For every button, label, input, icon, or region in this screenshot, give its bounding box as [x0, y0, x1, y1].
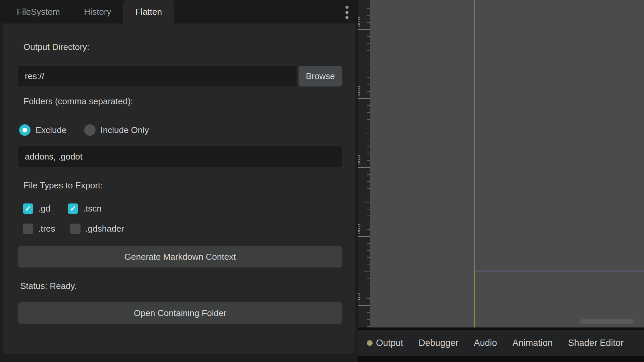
ruler-tick [364, 64, 370, 64]
tab-flatten[interactable]: Flatten [123, 0, 174, 23]
ruler-tick [358, 98, 370, 99]
tres-checkbox[interactable]: ✓ [23, 224, 33, 234]
flatten-panel-content: Output Directory: Browse Folders (comma … [3, 23, 355, 354]
bottom-tab-debugger[interactable]: Debugger [419, 338, 459, 348]
ruler-tick [367, 160, 370, 161]
ruler-tick [367, 36, 370, 37]
ruler-label: 400 [358, 73, 360, 97]
ruler-tick [358, 29, 370, 30]
gd-checkbox[interactable]: ✓ [23, 203, 33, 214]
ruler-tick [367, 77, 370, 78]
output-directory-label: Output Directory: [23, 42, 90, 52]
file-type-row-1: ✓ .gd ✓ .tscn [23, 203, 102, 214]
ruler-tick [367, 71, 370, 71]
ruler-tick [367, 278, 370, 279]
ruler-tick [367, 84, 370, 85]
dock-tab-bar: FileSystem History Flatten [0, 0, 358, 23]
tscn-checkbox[interactable]: ✓ [68, 203, 78, 214]
ruler-label: 600 [358, 211, 360, 235]
ruler-tick [367, 319, 370, 320]
ruler-label: 700 [358, 280, 360, 304]
ruler-tick [367, 229, 370, 230]
ruler-tick [367, 292, 370, 292]
bottom-tab-output[interactable]: Output [367, 338, 403, 348]
ruler-tick [367, 223, 370, 223]
ruler-tick [364, 202, 370, 202]
folder-mode-radio-group: Exclude Include Only [19, 124, 149, 136]
gdshader-checkbox-label: .gdshader [86, 224, 124, 234]
check-icon: ✓ [70, 205, 76, 213]
ruler-label: 300 [358, 4, 360, 27]
ruler-tick [367, 57, 370, 57]
horizontal-scrollbar[interactable] [580, 319, 633, 324]
ruler-tick [367, 8, 370, 9]
gdshader-checkbox[interactable]: ✓ [70, 224, 80, 234]
viewport-pane: 300400500600700 Output Debugger Audio An… [358, 0, 644, 362]
include-only-radio[interactable] [84, 124, 96, 136]
status-label: Status: Ready. [20, 281, 77, 291]
tab-filesystem[interactable]: FileSystem [5, 0, 72, 23]
ruler-tick [367, 154, 370, 154]
bottom-tab-output-label: Output [376, 338, 403, 348]
output-messages-dot-icon [367, 340, 373, 346]
file-types-label: File Types to Export: [23, 180, 103, 191]
ruler-tick [367, 298, 370, 299]
check-icon: ✓ [25, 205, 31, 213]
gd-checkbox-label: .gd [38, 203, 50, 214]
ruler-tick [367, 119, 370, 120]
exclude-radio[interactable] [19, 124, 31, 136]
tres-checkbox-label: .tres [38, 224, 55, 234]
browse-button[interactable]: Browse [299, 66, 342, 86]
folders-input[interactable] [18, 146, 342, 167]
open-containing-folder-button[interactable]: Open Containing Folder [18, 302, 342, 324]
ruler-tick [367, 105, 370, 106]
vertical-guide-line-lower [474, 270, 475, 327]
ruler-tick [367, 50, 370, 51]
ruler-tick [358, 236, 370, 237]
ruler-tick [367, 216, 370, 216]
vertical-ruler: 300400500600700 [358, 0, 370, 327]
bottom-tab-animation[interactable]: Animation [513, 338, 553, 348]
output-directory-input[interactable] [18, 66, 297, 86]
ruler-tick [367, 195, 370, 195]
ruler-label: 500 [358, 142, 360, 166]
include-only-radio-label: Include Only [101, 125, 149, 135]
bottom-panel-bar: Output Debugger Audio Animation Shader E… [358, 330, 644, 356]
ruler-tick [367, 112, 370, 113]
ruler-tick [364, 271, 370, 272]
ruler-tick [367, 264, 370, 264]
ruler-tick [358, 167, 370, 168]
ruler-tick [367, 126, 370, 126]
ruler-tick [364, 133, 370, 133]
ruler-tick [367, 250, 370, 251]
ruler-tick [367, 146, 370, 147]
ruler-tick [367, 43, 370, 44]
ruler-tick [367, 257, 370, 258]
exclude-radio-label: Exclude [36, 125, 67, 135]
flatten-dock-panel: FileSystem History Flatten Output Direct… [0, 0, 358, 362]
ruler-tick [367, 15, 370, 16]
kebab-menu-icon[interactable] [342, 5, 352, 20]
tscn-checkbox-label: .tscn [83, 203, 102, 214]
ruler-tick [367, 181, 370, 182]
ruler-tick [367, 2, 370, 2]
tab-history[interactable]: History [72, 0, 123, 23]
generate-markdown-button[interactable]: Generate Markdown Context [18, 246, 342, 267]
bottom-tab-audio[interactable]: Audio [474, 338, 497, 348]
ruler-tick [367, 91, 370, 92]
ruler-tick [367, 326, 370, 327]
ruler-tick [367, 243, 370, 244]
horizontal-guide-line [475, 270, 644, 272]
ruler-tick [367, 188, 370, 189]
ruler-tick [367, 285, 370, 285]
2d-viewport-canvas[interactable] [370, 0, 644, 327]
folders-label: Folders (comma separated): [23, 96, 133, 107]
bottom-tab-shader-editor[interactable]: Shader Editor [568, 338, 624, 348]
ruler-tick [367, 209, 370, 209]
ruler-tick [367, 312, 370, 313]
ruler-tick [358, 305, 370, 306]
ruler-tick [367, 22, 370, 23]
ruler-tick [367, 140, 370, 140]
ruler-tick [367, 174, 370, 175]
vertical-guide-line-upper [474, 0, 475, 270]
